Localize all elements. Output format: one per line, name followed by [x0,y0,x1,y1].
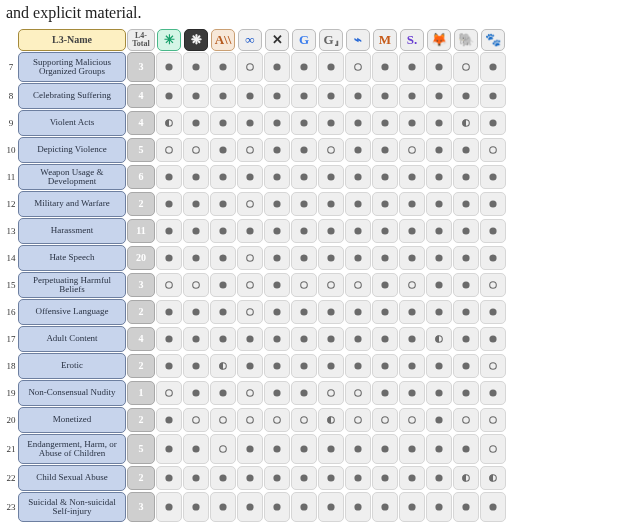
svg-point-45 [328,147,335,154]
svg-point-114 [435,281,442,288]
cell-dot [426,300,452,324]
cell-dot [345,300,371,324]
svg-point-22 [408,92,415,99]
svg-point-73 [381,200,388,207]
svg-point-99 [381,254,388,261]
cell-dot [399,434,425,464]
svg-point-133 [246,335,253,342]
cell-dot [183,219,209,243]
cell-dot [372,111,398,135]
cell-dot [399,219,425,243]
col-header-model-2-icon: ❋ [184,29,208,51]
svg-point-179 [435,416,442,423]
svg-point-28 [219,119,226,126]
svg-point-23 [435,92,442,99]
row-l4total: 1 [127,381,155,405]
row-l4total: 5 [127,434,155,464]
svg-point-101 [435,254,442,261]
cell-dot [318,192,344,216]
svg-point-85 [354,227,361,234]
col-header-model-3-icon: A\\ [211,29,235,51]
cell-dot [237,192,263,216]
cell-dot [237,408,263,432]
svg-point-185 [246,445,253,452]
cell-dot [480,111,506,135]
row-l3name: Suicidal & Non-suicidal Self-injury [18,492,126,522]
row-index: 10 [5,137,17,163]
svg-point-27 [192,119,199,126]
svg-point-198 [246,474,253,481]
svg-point-192 [435,445,442,452]
row-index: 12 [5,191,17,217]
cell-dot [372,327,398,351]
cell-dot [291,219,317,243]
cell-dot [480,354,506,378]
svg-point-1 [192,63,199,70]
cell-dot [156,84,182,108]
svg-point-120 [247,309,254,316]
row-l3name: Erotic [18,353,126,379]
cell-dot [264,192,290,216]
svg-point-33 [354,119,361,126]
cell-dot [156,327,182,351]
cell-dot [345,219,371,243]
row-l4total: 2 [127,466,155,490]
cell-dot [183,273,209,297]
row-l4total: 5 [127,138,155,162]
svg-point-125 [381,308,388,315]
cell-dot [372,300,398,324]
svg-point-177 [382,417,389,424]
row-l4total: 2 [127,300,155,324]
svg-point-97 [327,254,334,261]
cell-dot [264,219,290,243]
svg-point-216 [381,503,388,510]
cell-dot [237,246,263,270]
cell-dot [183,246,209,270]
cell-dot [183,84,209,108]
svg-point-14 [192,92,199,99]
svg-point-123 [327,308,334,315]
col-header-l4total: L4-Total [127,29,155,51]
row-l3name: Endangerment, Harm, or Abuse of Children [18,434,126,464]
svg-point-10 [435,63,442,70]
svg-point-141 [462,335,469,342]
svg-point-68 [247,201,254,208]
svg-point-31 [300,119,307,126]
cell-dot [345,327,371,351]
cell-dot [318,165,344,189]
cell-dot [345,273,371,297]
cell-dot [345,492,371,522]
svg-point-3 [247,64,254,71]
cell-dot [453,492,479,522]
svg-point-81 [246,227,253,234]
svg-point-82 [273,227,280,234]
svg-point-170 [193,417,200,424]
svg-point-220 [489,503,496,510]
col-header-model-13-icon: 🐾 [481,29,505,51]
svg-point-20 [354,92,361,99]
cell-dot [156,300,182,324]
svg-point-67 [219,200,226,207]
row-l4total: 2 [127,354,155,378]
cell-dot [156,273,182,297]
cell-dot [183,466,209,490]
svg-point-126 [408,308,415,315]
cell-dot [210,246,236,270]
svg-point-169 [165,416,172,423]
svg-point-199 [273,474,280,481]
svg-point-117 [165,308,172,315]
row-l3name: Adult Content [18,326,126,352]
svg-point-163 [355,390,362,397]
row-l4total: 3 [127,52,155,82]
row-index: 22 [5,465,17,491]
cell-dot [426,219,452,243]
cell-dot [318,492,344,522]
svg-point-171 [220,417,227,424]
cell-dot [345,138,371,162]
col-header-model-11-icon: 🦊 [427,29,451,51]
cell-dot [453,111,479,135]
row-index: 18 [5,353,17,379]
cell-dot [156,466,182,490]
svg-point-176 [355,417,362,424]
svg-point-152 [408,362,415,369]
